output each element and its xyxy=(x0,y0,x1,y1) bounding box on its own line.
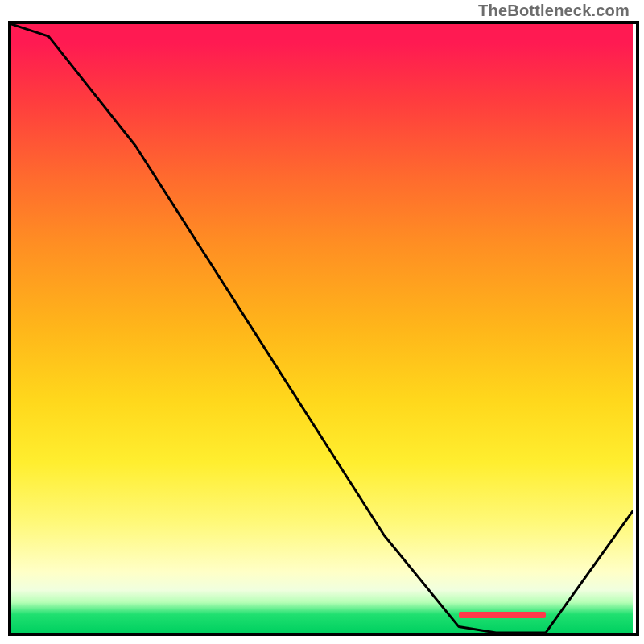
optimal-range-marker xyxy=(459,612,546,618)
attribution-label: TheBottleneck.com xyxy=(478,2,630,20)
chart-container: TheBottleneck.com xyxy=(0,0,644,644)
plot-border-right xyxy=(636,21,639,636)
plot-frame xyxy=(8,24,636,636)
